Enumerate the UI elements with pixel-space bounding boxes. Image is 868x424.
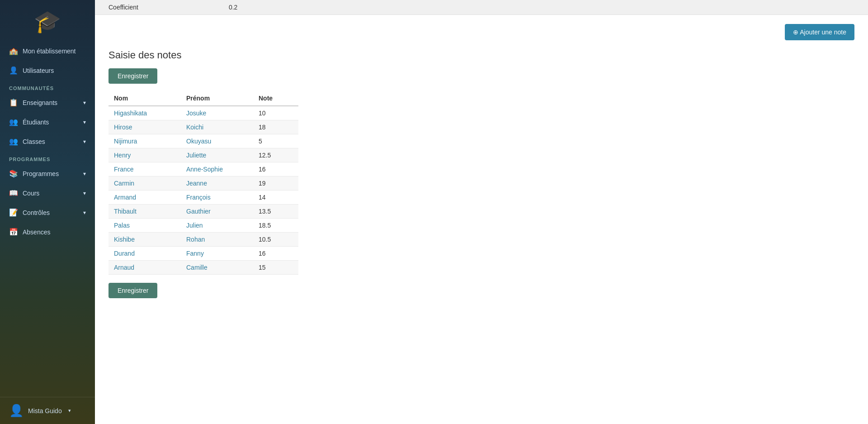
cell-nom[interactable]: Higashikata <box>108 106 181 120</box>
coefficient-value: 0.2 <box>229 4 237 11</box>
sidebar-item-label: Absences <box>23 229 50 236</box>
sidebar-item-absences[interactable]: 📅 Absences <box>0 222 95 242</box>
prenom-link[interactable]: Juliette <box>186 152 206 159</box>
cell-nom[interactable]: Durand <box>108 247 181 261</box>
cell-prenom[interactable]: Josuke <box>181 106 253 120</box>
prenom-link[interactable]: Fanny <box>186 250 204 257</box>
sidebar-item-utilisateurs[interactable]: 👤 Utilisateurs <box>0 61 95 80</box>
cell-prenom[interactable]: Camille <box>181 261 253 275</box>
cell-note: 18 <box>253 120 298 134</box>
sidebar-item-classes[interactable]: 👥 Classes <box>0 132 95 151</box>
cell-prenom[interactable]: Julien <box>181 219 253 233</box>
table-row: HiroseKoichi18 <box>108 120 298 134</box>
etudiants-icon: 👥 <box>9 118 18 126</box>
table-row: PalasJulien18.5 <box>108 219 298 233</box>
utilisateurs-icon: 👤 <box>9 66 18 75</box>
cell-note: 12.5 <box>253 148 298 162</box>
prenom-link[interactable]: Anne-Sophie <box>186 166 223 173</box>
prenom-link[interactable]: François <box>186 194 211 201</box>
logo-icon: 🎓 <box>34 9 61 34</box>
sidebar-item-controles[interactable]: 📝 Contrôles <box>0 203 95 222</box>
nom-link[interactable]: Arnaud <box>114 264 134 271</box>
cell-note: 13.5 <box>253 205 298 219</box>
cell-nom[interactable]: Thibault <box>108 205 181 219</box>
sidebar-item-etudiants[interactable]: 👥 Étudiants <box>0 112 95 132</box>
cell-note: 5 <box>253 134 298 148</box>
cell-note: 10.5 <box>253 233 298 247</box>
coefficient-label: Coefficient <box>108 4 138 11</box>
sidebar-item-label: Étudiants <box>23 119 49 126</box>
table-row: ThibaultGauthier13.5 <box>108 205 298 219</box>
prenom-link[interactable]: Jeanne <box>186 180 207 187</box>
nom-link[interactable]: Kishibe <box>114 236 135 243</box>
user-menu[interactable]: 👤 Mista Guido ▾ <box>0 397 95 424</box>
cell-nom[interactable]: France <box>108 162 181 176</box>
cell-nom[interactable]: Palas <box>108 219 181 233</box>
table-row: HigashikataJosuke10 <box>108 106 298 120</box>
prenom-link[interactable]: Gauthier <box>186 208 211 215</box>
cell-nom[interactable]: Nijimura <box>108 134 181 148</box>
cell-note: 14 <box>253 191 298 205</box>
nom-link[interactable]: Higashikata <box>114 110 147 117</box>
sidebar-item-cours[interactable]: 📖 Cours <box>0 183 95 203</box>
coefficient-bar: Coefficient 0.2 <box>95 0 868 15</box>
nom-link[interactable]: Armand <box>114 194 136 201</box>
nom-link[interactable]: Thibault <box>114 208 137 215</box>
nom-link[interactable]: France <box>114 166 134 173</box>
cell-nom[interactable]: Arnaud <box>108 261 181 275</box>
sidebar-item-etablissement[interactable]: 🏫 Mon établissement <box>0 41 95 61</box>
cell-nom[interactable]: Carmin <box>108 176 181 191</box>
prenom-link[interactable]: Rohan <box>186 236 205 243</box>
nom-link[interactable]: Palas <box>114 222 130 229</box>
prenom-link[interactable]: Josuke <box>186 110 206 117</box>
sidebar-item-enseignants[interactable]: 📋 Enseignants <box>0 93 95 112</box>
table-header-row: Nom Prénom Note <box>108 91 298 106</box>
cell-prenom[interactable]: Okuyasu <box>181 134 253 148</box>
absences-icon: 📅 <box>9 228 18 236</box>
sidebar: 🎓 🏫 Mon établissement 👤 Utilisateurs COM… <box>0 0 95 424</box>
cell-note: 16 <box>253 162 298 176</box>
controles-icon: 📝 <box>9 208 18 217</box>
cell-prenom[interactable]: Rohan <box>181 233 253 247</box>
nom-link[interactable]: Durand <box>114 250 135 257</box>
etablissement-icon: 🏫 <box>9 47 18 55</box>
cell-prenom[interactable]: Juliette <box>181 148 253 162</box>
cell-note: 15 <box>253 261 298 275</box>
table-row: CarminJeanne19 <box>108 176 298 191</box>
cell-nom[interactable]: Kishibe <box>108 233 181 247</box>
add-note-button[interactable]: ⊕ Ajouter une note <box>785 24 854 40</box>
nom-link[interactable]: Carmin <box>114 180 134 187</box>
sidebar-item-label: Classes <box>23 138 45 145</box>
cell-prenom[interactable]: Fanny <box>181 247 253 261</box>
nom-link[interactable]: Nijimura <box>114 138 137 145</box>
cell-note: 18.5 <box>253 219 298 233</box>
nom-link[interactable]: Hirose <box>114 124 132 131</box>
sidebar-navigation: 🏫 Mon établissement 👤 Utilisateurs COMMU… <box>0 41 95 397</box>
sidebar-item-label: Cours <box>23 190 39 197</box>
sidebar-item-programmes[interactable]: 📚 Programmes <box>0 164 95 183</box>
cell-prenom[interactable]: Anne-Sophie <box>181 162 253 176</box>
sidebar-item-label: Enseignants <box>23 99 57 106</box>
page-title: Saisie des notes <box>108 49 854 61</box>
sidebar-item-label: Programmes <box>23 170 59 177</box>
cell-nom[interactable]: Armand <box>108 191 181 205</box>
cell-nom[interactable]: Hirose <box>108 120 181 134</box>
classes-icon: 👥 <box>9 137 18 146</box>
enregistrer-button-bottom[interactable]: Enregistrer <box>108 283 157 298</box>
prenom-link[interactable]: Julien <box>186 222 203 229</box>
cell-prenom[interactable]: Koichi <box>181 120 253 134</box>
cell-prenom[interactable]: François <box>181 191 253 205</box>
table-row: NijimuraOkuyasu5 <box>108 134 298 148</box>
section-communautes-label: COMMUNAUTÉS <box>0 80 95 93</box>
prenom-link[interactable]: Camille <box>186 264 208 271</box>
header-nom: Nom <box>108 91 181 106</box>
prenom-link[interactable]: Okuyasu <box>186 138 211 145</box>
cell-prenom[interactable]: Jeanne <box>181 176 253 191</box>
enregistrer-button-top[interactable]: Enregistrer <box>108 68 157 84</box>
cell-note: 10 <box>253 106 298 120</box>
nom-link[interactable]: Henry <box>114 152 131 159</box>
cell-nom[interactable]: Henry <box>108 148 181 162</box>
cell-prenom[interactable]: Gauthier <box>181 205 253 219</box>
prenom-link[interactable]: Koichi <box>186 124 203 131</box>
user-dropdown-arrow: ▾ <box>68 408 71 414</box>
